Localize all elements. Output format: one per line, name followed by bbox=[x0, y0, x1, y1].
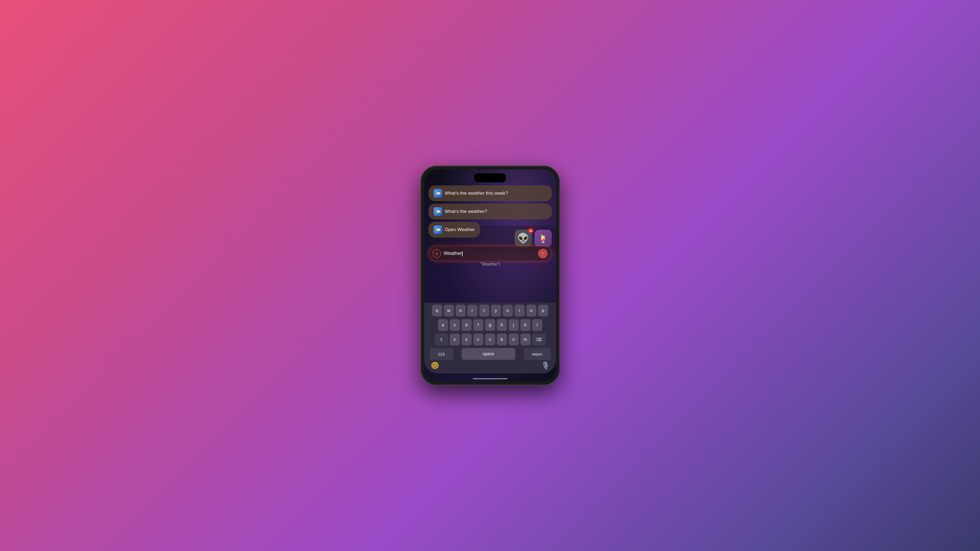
key-i[interactable]: i bbox=[514, 305, 525, 316]
phone-screen: 🌤️ What's the weather this week? 🌤️ What… bbox=[424, 170, 556, 381]
keyboard-row-bottom: 123 space return bbox=[425, 348, 555, 360]
cocktail-emoji: 🍹 bbox=[538, 234, 548, 243]
key-z[interactable]: z bbox=[450, 333, 460, 345]
key-e[interactable]: e bbox=[456, 305, 466, 316]
key-y[interactable]: y bbox=[491, 305, 501, 316]
search-icon-container: ⊗ bbox=[433, 249, 441, 258]
key-o[interactable]: o bbox=[526, 305, 536, 316]
key-t[interactable]: t bbox=[479, 305, 489, 316]
suggestion-weather-icon: 🌤️ bbox=[434, 207, 442, 216]
dictation-cursor bbox=[500, 262, 500, 267]
keyboard-accessories: 😊 🎙️ bbox=[425, 360, 555, 372]
microphone-button[interactable]: 🎙️ bbox=[541, 362, 550, 370]
reddit-badge: 16 bbox=[528, 228, 533, 233]
dictation-text-area: "Weather" bbox=[428, 262, 552, 267]
key-a[interactable]: a bbox=[438, 319, 448, 331]
key-k[interactable]: k bbox=[520, 319, 531, 331]
cocktail-app-icon[interactable]: 🍹 bbox=[535, 230, 552, 247]
suggestion-weather-text: What's the weather? bbox=[445, 209, 487, 214]
reddit-emoji: 👽 bbox=[517, 233, 529, 244]
keyboard-row-1: q w e r t y u i o p bbox=[425, 305, 555, 316]
key-x[interactable]: x bbox=[461, 333, 472, 345]
backspace-key[interactable]: ⌫ bbox=[532, 333, 546, 345]
search-input-container[interactable]: ⊗ Weather ↑ bbox=[428, 246, 552, 261]
key-d[interactable]: d bbox=[461, 319, 472, 331]
search-value: Weather bbox=[444, 251, 462, 256]
key-c[interactable]: c bbox=[473, 333, 484, 345]
keyboard-row-2: a s d f g h j k l bbox=[425, 319, 555, 331]
home-indicator bbox=[473, 378, 508, 380]
send-arrow-icon: ↑ bbox=[542, 251, 544, 256]
phone-frame: 🌤️ What's the weather this week? 🌤️ What… bbox=[420, 166, 560, 385]
dictation-quoted-text: "Weather" bbox=[480, 262, 500, 267]
reddit-app-wrapper: 👽 16 bbox=[515, 230, 532, 247]
keyboard-area: q w e r t y u i o p a s d f g bbox=[424, 303, 556, 373]
key-q[interactable]: q bbox=[432, 305, 442, 316]
dynamic-island bbox=[474, 173, 506, 182]
key-j[interactable]: j bbox=[509, 319, 519, 331]
emoji-button[interactable]: 😊 bbox=[431, 362, 439, 370]
key-v[interactable]: v bbox=[485, 333, 495, 345]
search-bar: ⊗ Weather ↑ bbox=[428, 246, 552, 261]
suggestion-weather-week[interactable]: 🌤️ What's the weather this week? bbox=[428, 186, 552, 201]
space-key[interactable]: space bbox=[462, 348, 515, 360]
suggestion-weather[interactable]: 🌤️ What's the weather? bbox=[428, 204, 552, 219]
key-g[interactable]: g bbox=[485, 319, 495, 331]
key-m[interactable]: m bbox=[520, 333, 531, 345]
key-r[interactable]: r bbox=[468, 305, 477, 316]
shift-key[interactable]: ⇧ bbox=[435, 333, 448, 345]
power-button bbox=[559, 222, 560, 246]
weather-icon-emoji-2: 🌤️ bbox=[435, 208, 441, 214]
key-n[interactable]: n bbox=[509, 333, 519, 345]
search-cancel-icon: ⊗ bbox=[435, 251, 438, 256]
return-key[interactable]: return bbox=[524, 348, 550, 360]
phone-container: 🌤️ What's the weather this week? 🌤️ What… bbox=[420, 166, 560, 385]
key-b[interactable]: b bbox=[497, 333, 507, 345]
suggestion-open-weather-text: Open Weather bbox=[445, 227, 475, 232]
keyboard-row-3: ⇧ z x c v b n m ⌫ bbox=[425, 333, 555, 345]
suggestion-weather-week-text: What's the weather this week? bbox=[445, 191, 508, 196]
app-icons-row: 👽 16 🍹 bbox=[515, 230, 552, 247]
suggestion-weather-week-icon: 🌤️ bbox=[434, 189, 442, 198]
cocktail-app-wrapper: 🍹 bbox=[535, 230, 552, 247]
text-cursor bbox=[462, 251, 463, 257]
key-l[interactable]: l bbox=[532, 319, 542, 331]
volume-down-button bbox=[420, 243, 421, 259]
volume-silent-button bbox=[420, 209, 421, 219]
key-w[interactable]: w bbox=[444, 305, 454, 316]
key-f[interactable]: f bbox=[473, 319, 484, 331]
suggestion-open-weather[interactable]: 🌤️ Open Weather bbox=[428, 222, 480, 238]
key-p[interactable]: p bbox=[538, 305, 548, 316]
key-s[interactable]: s bbox=[450, 319, 460, 331]
weather-icon-emoji-3: 🌤️ bbox=[435, 227, 441, 233]
send-button[interactable]: ↑ bbox=[538, 249, 548, 258]
key-u[interactable]: u bbox=[503, 305, 513, 316]
search-input-text[interactable]: Weather bbox=[444, 251, 535, 256]
suggestion-open-weather-icon: 🌤️ bbox=[434, 225, 442, 234]
weather-icon-emoji: 🌤️ bbox=[435, 191, 441, 196]
key-h[interactable]: h bbox=[497, 319, 507, 331]
volume-up-button bbox=[420, 222, 421, 238]
numbers-key[interactable]: 123 bbox=[430, 348, 453, 360]
